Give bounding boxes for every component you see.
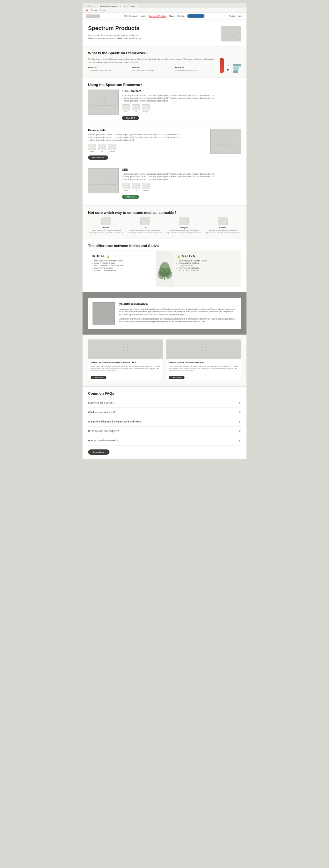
cbd-image: ⛶ Image or graphic of the framework <box>88 168 119 193</box>
shop-cbd-button[interactable]: Shop CBD <box>122 195 139 199</box>
cbd-bullet-1: Lorem ipsum dolor sit amet, consectetur … <box>122 173 241 176</box>
spectrum-bars: ▶ <box>220 58 241 73</box>
faqs-section: Common FAQs Searching for a doctor? ∨ Wh… <box>83 386 246 459</box>
cbd-bullets: Lorem ipsum dolor sit amet, consectetur … <box>122 173 241 181</box>
indica-bullet-5: BEST SUITED FOR NIGHT USE <box>92 270 153 272</box>
indica-sativa-title: The difference between Indica and Sativa <box>88 244 241 248</box>
indica-bullet-4: RELAXING AND CALMING <box>92 267 153 270</box>
browser-tab-shop[interactable]: Shop Products <box>122 4 139 8</box>
register-login-link[interactable]: Register / Log in <box>229 15 243 17</box>
qa-title: Quality Assurance <box>119 302 236 306</box>
plant-svg <box>158 255 172 283</box>
card-medical-cannabis-title: What is medical cannabis used for? <box>169 361 238 364</box>
qa-section: ⛶ Quality Assurance Lorem ipsum dolor si… <box>83 292 246 335</box>
nav-link-why-spectrum[interactable]: Why Spectrum <box>124 15 138 17</box>
benefits-row: Benefit #1 Lorem ipsum dolor sit amet el… <box>88 66 216 71</box>
qa-inner: ⛶ Quality Assurance Lorem ipsum dolor si… <box>88 298 241 329</box>
site-logo[interactable] <box>86 14 100 18</box>
faq-question-3: What's the difference between sativa and… <box>88 420 142 423</box>
cbd-oil-box <box>132 183 140 189</box>
browser-tab-patients[interactable]: Patients <box>85 4 97 8</box>
browser-tab-health[interactable]: Health Professionals <box>98 4 120 8</box>
thc-bullet-1: Lorem ipsum dolor sit amet, consectetur … <box>122 94 241 97</box>
balance-bullet-1: Lorem ipsum dolor sit amet, consectetur … <box>88 133 207 136</box>
nav-link-spectrum-products[interactable]: Spectrum Products <box>149 15 167 18</box>
softgels-icon-box <box>142 104 150 111</box>
card-cbd-thc-btn[interactable]: Learn more <box>91 376 106 379</box>
indica-bullet-1: DARK GREEN WITH BROADER LEAVES <box>92 260 153 262</box>
sativa-title: 🍃 SATIVA <box>176 254 238 258</box>
shop-thc-button[interactable]: Shop THC <box>122 116 139 120</box>
qa-body-1: Lorem ipsum dolor sit amet, consectetur … <box>119 308 236 316</box>
balance-bullet-2: Lorem ipsum dolor sit amet, consectetur … <box>88 136 207 139</box>
faq-chevron-3: ∨ <box>239 420 241 424</box>
card-cbd-thc-title: What's the difference between CBD and TH… <box>91 361 160 364</box>
benefit-2: Benefit #2 Lorem ipsum dolor sit amet el… <box>132 66 172 71</box>
balance-block: Balance Ratio Lorem ipsum dolor sit amet… <box>88 129 241 159</box>
thc-bullet-2: Lorem ipsum dolor sit amet, consectetur … <box>122 97 241 99</box>
nav-link-contact[interactable]: Contact <box>177 15 185 17</box>
consume-oil: Oil Lorem ipsum dolor sit amet, consecte… <box>127 217 164 234</box>
balance-bullets: Lorem ipsum dolor sit amet, consectetur … <box>88 133 207 141</box>
nav-link-learn[interactable]: Learn <box>141 15 146 17</box>
card-image-icon-1: ⛶ <box>123 346 128 352</box>
language-label[interactable]: English <box>100 9 106 11</box>
thc-bullet-3: Lorem ipsum dolor sit amet, consectetur … <box>122 99 241 102</box>
cbd-content: CBD Lorem ipsum dolor sit amet, consecte… <box>122 168 241 199</box>
indica-panel: INDICA 🍃 DARK GREEN WITH BROADER LEAVES … <box>88 251 157 287</box>
benefit-1-label: Benefit #1 <box>88 66 128 68</box>
card-medical-cannabis-btn[interactable]: Learn more <box>169 376 185 379</box>
benefit-2-text: Lorem ipsum dolor sit amet elit <box>132 69 172 71</box>
cbd-image-icon: ⛶ <box>101 176 106 182</box>
faq-item-4[interactable]: Do I vape oils and softgels? ∨ <box>88 427 241 436</box>
benefit-1: Benefit #1 Lorem ipsum dolor sit amet el… <box>88 66 128 71</box>
bar-red <box>220 58 224 73</box>
cbd-product-softgels: Softgels <box>142 183 150 191</box>
sativa-leaf-icon: 🍃 <box>176 254 181 258</box>
top-utility-nav: 🍁 Canada English <box>83 8 246 13</box>
indica-title: INDICA 🍃 <box>92 254 153 258</box>
balance-product-icons: Flower Oil Softgels <box>88 144 207 152</box>
faq-item-1[interactable]: Searching for a doctor? ∨ <box>88 398 241 408</box>
plant-center <box>157 251 173 287</box>
teal-bars <box>233 64 241 73</box>
balance-image: ⛶ Image or graphic of the framework <box>210 129 241 154</box>
cbd-product-flower: Flower <box>122 183 130 191</box>
indica-sativa-section: The difference between Indica and Sativa… <box>83 239 246 292</box>
learn-more-button[interactable]: Learn More <box>88 450 109 455</box>
nav-link-news[interactable]: News <box>169 15 174 17</box>
balance-softgels-box <box>108 144 116 150</box>
cbd-softgels-box <box>142 183 150 189</box>
main-nav: Why Spectrum Learn Spectrum Products New… <box>83 13 246 20</box>
balance-oil-box <box>98 144 106 150</box>
consume-edibles-icon <box>218 217 228 225</box>
faq-question-1: Searching for a doctor? <box>88 401 114 404</box>
card-medical-cannabis-body: What is medical cannabis used for? Lorem… <box>166 359 241 381</box>
shop-products-button[interactable]: Shop Products <box>187 14 204 18</box>
consume-flower: Flower Lorem ipsum dolor sit amet, conse… <box>88 217 125 234</box>
top-nav-left: 🍁 Canada English <box>86 9 106 11</box>
card-cbd-thc: ⛶ What's the difference between CBD and … <box>88 339 163 382</box>
faq-item-5[interactable]: How to spray bottles work? ∨ <box>88 436 241 445</box>
faq-item-3[interactable]: What's the difference between sativa and… <box>88 417 241 427</box>
shop-balance-button[interactable]: Shop Balance <box>88 155 108 160</box>
divider-3 <box>88 125 241 125</box>
card-medical-cannabis: ⛶ What is medical cannabis used for? Lor… <box>166 339 241 382</box>
using-section: Using the Spectrum Framework ⛶ Image or … <box>83 78 246 206</box>
country-label[interactable]: Canada <box>91 9 98 11</box>
hero-image: ⛶ <box>222 26 241 41</box>
oil-icon-box <box>132 104 140 111</box>
faq-item-2[interactable]: What are cannabinoids? ∨ <box>88 408 241 417</box>
play-button[interactable]: ▶ <box>225 65 232 73</box>
framework-section-title: What is the Spectrum Framework? <box>88 51 241 55</box>
faqs-section-title: Common FAQs <box>88 391 241 396</box>
benefit-3-text: Lorem ipsum dolor sit amet elit <box>175 69 216 71</box>
consume-flower-icon <box>101 217 111 225</box>
indica-sativa-banner-inner: INDICA 🍃 DARK GREEN WITH BROADER LEAVES … <box>88 251 241 287</box>
nav-links: Why Spectrum Learn Spectrum Products New… <box>124 14 204 18</box>
consume-section: Not sure which way to consume medical ca… <box>83 206 246 239</box>
page-title: Spectrum Products <box>88 25 144 31</box>
qa-text-block: Quality Assurance Lorem ipsum dolor sit … <box>119 302 236 323</box>
balance-image-icon: ⛶ <box>223 137 228 143</box>
card-cbd-thc-body: What's the difference between CBD and TH… <box>88 359 163 381</box>
